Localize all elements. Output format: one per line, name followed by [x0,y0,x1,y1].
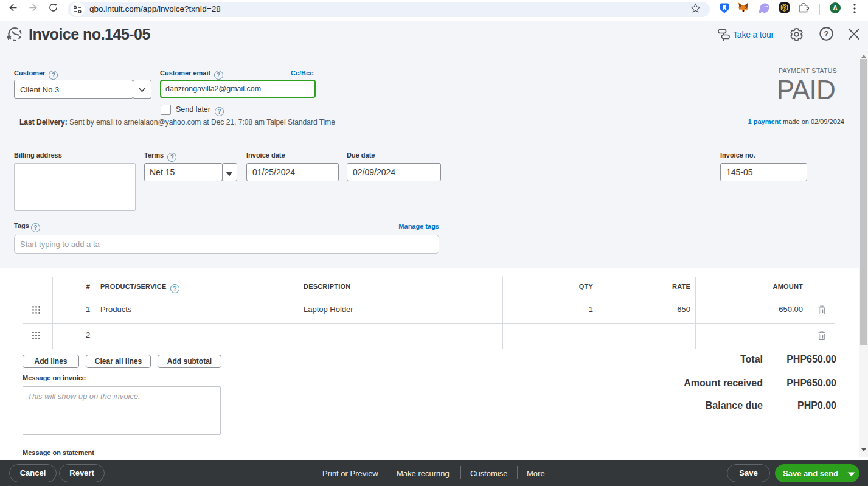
svg-text:?: ? [824,29,829,38]
